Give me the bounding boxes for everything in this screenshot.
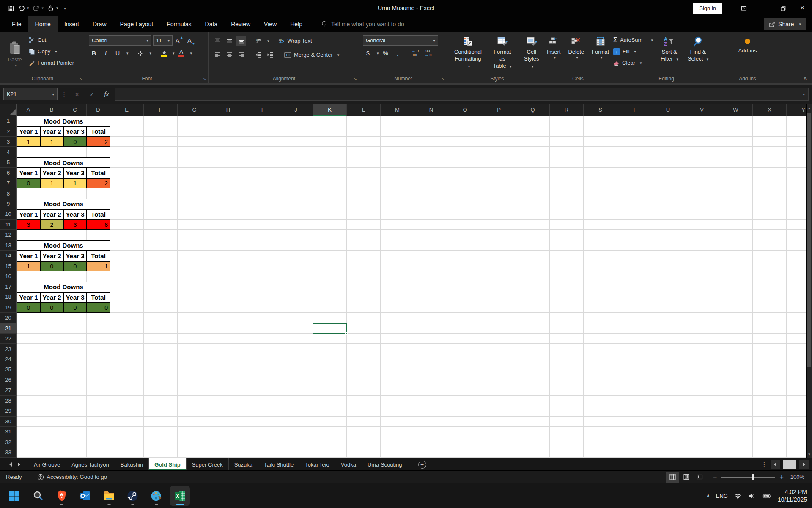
cell[interactable] — [550, 126, 584, 136]
cell[interactable] — [685, 396, 719, 406]
cell[interactable] — [482, 344, 516, 354]
cell[interactable] — [787, 168, 806, 178]
cell[interactable] — [40, 375, 63, 385]
cell[interactable] — [414, 334, 448, 344]
sheet-tab-suzuka[interactable]: Suzuka — [228, 458, 258, 470]
cell[interactable] — [347, 396, 381, 406]
cell[interactable] — [719, 178, 753, 188]
table-value-cell[interactable]: 1 — [17, 137, 40, 147]
cell[interactable] — [144, 251, 178, 261]
cell[interactable] — [211, 437, 245, 447]
cell[interactable] — [40, 344, 63, 354]
sheet-tab-gold-ship[interactable]: Gold Ship — [148, 458, 186, 470]
touch-mouse-mode-button[interactable]: ▾ — [46, 3, 60, 13]
cell[interactable] — [617, 427, 651, 437]
column-header-s[interactable]: S — [584, 104, 617, 116]
cell[interactable] — [753, 292, 787, 302]
cell[interactable] — [144, 137, 178, 147]
cell[interactable] — [414, 230, 448, 240]
cell[interactable] — [719, 417, 753, 427]
cell[interactable] — [753, 199, 787, 209]
cell[interactable] — [17, 354, 40, 364]
cell[interactable] — [719, 147, 753, 157]
cell[interactable] — [313, 230, 347, 240]
cell[interactable] — [178, 447, 211, 458]
cell[interactable] — [617, 385, 651, 395]
ribbon-tab-data[interactable]: Data — [198, 16, 225, 32]
cell[interactable] — [279, 271, 313, 282]
cell[interactable] — [516, 209, 550, 219]
addins-button[interactable]: Add-ins — [735, 34, 760, 74]
row-header-28[interactable]: 28 — [0, 396, 17, 406]
table-header-cell[interactable]: Total — [87, 126, 110, 136]
cell[interactable] — [414, 157, 448, 168]
cell[interactable] — [584, 157, 617, 168]
merge-center-button[interactable]: Merge & Center▾ — [283, 49, 341, 61]
cell[interactable] — [685, 282, 719, 292]
cell[interactable] — [651, 168, 685, 178]
cell[interactable] — [516, 437, 550, 447]
zoom-out-button[interactable]: − — [713, 473, 717, 481]
increase-decimal-button[interactable]: ←←.0.0.00 — [410, 49, 421, 58]
cell[interactable] — [617, 220, 651, 230]
font-size-select[interactable]: 11▾ — [153, 35, 173, 46]
cell[interactable] — [87, 396, 110, 406]
cell[interactable] — [414, 437, 448, 447]
table-value-cell[interactable]: 0 — [63, 261, 87, 271]
ribbon-tab-view[interactable]: View — [257, 16, 283, 32]
table-header-cell[interactable]: Total — [87, 209, 110, 219]
cell[interactable] — [87, 417, 110, 427]
cell[interactable] — [17, 437, 40, 447]
cell[interactable] — [414, 199, 448, 209]
cell[interactable] — [144, 447, 178, 458]
decrease-decimal-button[interactable]: .00→.0 — [422, 49, 434, 58]
cell[interactable] — [550, 137, 584, 147]
cell[interactable] — [17, 406, 40, 416]
cell[interactable] — [448, 188, 482, 199]
cell[interactable] — [787, 292, 806, 302]
cell[interactable] — [211, 334, 245, 344]
cell[interactable] — [787, 437, 806, 447]
cell[interactable] — [719, 230, 753, 240]
cell[interactable] — [685, 157, 719, 168]
cell[interactable] — [617, 240, 651, 251]
row-header-33[interactable]: 33 — [0, 447, 17, 458]
font-dialog-launcher[interactable]: ↘ — [203, 77, 206, 81]
cell[interactable] — [753, 344, 787, 354]
row-header-26[interactable]: 26 — [0, 375, 17, 385]
column-header-i[interactable]: I — [245, 104, 279, 116]
cell[interactable] — [279, 396, 313, 406]
hscroll-right-button[interactable] — [799, 460, 809, 469]
cell[interactable] — [719, 220, 753, 230]
cell[interactable] — [87, 447, 110, 458]
row-header-20[interactable]: 20 — [0, 313, 17, 323]
cell[interactable] — [17, 188, 40, 199]
cell[interactable] — [482, 406, 516, 416]
cancel-button[interactable]: × — [71, 88, 83, 100]
cell[interactable] — [178, 199, 211, 209]
cell[interactable] — [178, 271, 211, 282]
cell[interactable] — [516, 261, 550, 271]
cell[interactable] — [144, 230, 178, 240]
cell[interactable] — [753, 188, 787, 199]
enter-button[interactable]: ✓ — [85, 88, 98, 100]
cell[interactable] — [110, 168, 144, 178]
cell[interactable] — [245, 188, 279, 199]
cell[interactable] — [550, 271, 584, 282]
alignment-dialog-launcher[interactable]: ↘ — [354, 77, 357, 81]
cell[interactable] — [279, 375, 313, 385]
cell[interactable] — [651, 178, 685, 188]
cell[interactable] — [584, 271, 617, 282]
cell[interactable] — [347, 417, 381, 427]
cell[interactable] — [550, 447, 584, 458]
cell[interactable] — [63, 385, 87, 395]
cell[interactable] — [414, 292, 448, 302]
cell[interactable] — [584, 209, 617, 219]
cell[interactable] — [279, 240, 313, 251]
decrease-font-size-button[interactable]: A▼ — [186, 36, 196, 46]
cell[interactable] — [110, 302, 144, 312]
table-title-cell[interactable]: Mood Downs — [17, 116, 110, 126]
cell[interactable] — [414, 271, 448, 282]
table-header-cell[interactable]: Year 3 — [63, 168, 87, 178]
cell[interactable] — [651, 271, 685, 282]
